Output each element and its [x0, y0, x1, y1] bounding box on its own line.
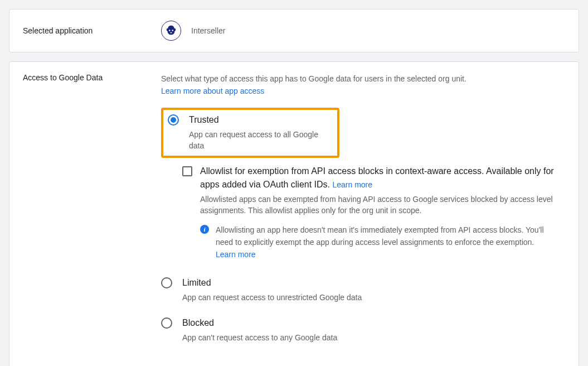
access-description: Select what type of access this app has …: [161, 73, 565, 84]
app-logo-icon: [161, 21, 181, 41]
allowlist-title: Allowlist for exemption from API access …: [200, 165, 554, 191]
access-to-google-data-card: Access to Google Data Select what type o…: [9, 61, 579, 366]
allowlist-info-row: i Allowlisting an app here doesn't mean …: [200, 224, 554, 261]
trusted-subtitle: App can request access to all Google dat…: [189, 129, 332, 151]
allowlist-description: Allowlisted apps can be exempted from ha…: [200, 194, 554, 216]
limited-subtitle: App can request access to unrestricted G…: [182, 292, 565, 303]
allowlist-section: Allowlist for exemption from API access …: [182, 165, 565, 261]
blocked-title: Blocked: [182, 316, 565, 330]
limited-title: Limited: [182, 276, 565, 290]
allowlist-info-learn-more-link[interactable]: Learn more: [216, 250, 256, 259]
blocked-option: Blocked App can't request access to any …: [161, 312, 565, 348]
info-icon: i: [200, 225, 209, 234]
access-section-label: Access to Google Data: [23, 73, 161, 82]
trusted-title: Trusted: [189, 113, 332, 127]
app-display: Interseller: [161, 21, 225, 41]
selected-application-card: Selected application Interseller: [9, 9, 579, 52]
trusted-radio[interactable]: [168, 114, 179, 126]
trusted-option-highlight: Trusted App can request access to all Go…: [161, 108, 339, 158]
learn-more-app-access-link[interactable]: Learn more about app access: [161, 86, 264, 95]
limited-radio[interactable]: [161, 277, 172, 288]
allowlist-checkbox[interactable]: [182, 166, 192, 176]
selected-app-section-label: Selected application: [23, 26, 161, 35]
access-radio-group: Trusted App can request access to all Go…: [161, 108, 565, 348]
app-name-text: Interseller: [191, 26, 225, 35]
limited-option: Limited App can request access to unrest…: [161, 272, 565, 307]
allowlist-learn-more-link[interactable]: Learn more: [332, 180, 372, 189]
blocked-radio[interactable]: [161, 317, 172, 329]
blocked-subtitle: App can't request access to any Google d…: [182, 332, 565, 343]
allowlist-info-text: Allowlisting an app here doesn't mean it…: [216, 224, 554, 261]
